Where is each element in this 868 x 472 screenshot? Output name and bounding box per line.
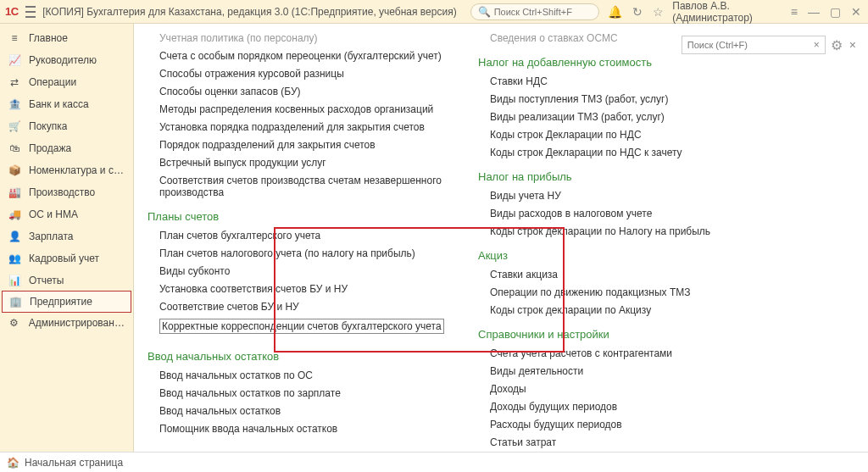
app-logo: 1С (5, 5, 19, 18)
close-panel-icon[interactable]: × (848, 38, 858, 52)
history-icon[interactable]: ↻ (631, 5, 644, 19)
section-initial-balances: Ввод начальных остатков (147, 350, 478, 363)
link[interactable]: Помощник ввода начальных остатков (159, 423, 478, 435)
sidebar-item-label: Номенклатура и склад (29, 164, 125, 176)
link[interactable]: Виды поступления ТМЗ (работ, услуг) (490, 93, 817, 105)
minimize-icon[interactable]: — (806, 5, 821, 19)
truck-icon: 🚚 (8, 208, 20, 220)
sidebar-item-production[interactable]: 🏭Производство (0, 181, 133, 203)
sidebar-item-salary[interactable]: 👤Зарплата (0, 225, 133, 247)
star-icon[interactable]: ☆ (651, 5, 665, 19)
sidebar: ≡Главное 📈Руководителю ⇄Операции 🏦Банк и… (0, 24, 134, 452)
link-correct-correspondence[interactable]: Корректные корреспонденции счетов бухгал… (159, 319, 444, 334)
sidebar-item-enterprise[interactable]: 🏢Предприятие (2, 291, 131, 313)
link[interactable]: Доходы будущих периодов (490, 401, 817, 413)
link[interactable]: Коды строк Декларации по НДС к зачету (490, 147, 817, 158)
link[interactable]: Расходы будущих периодов (490, 419, 817, 430)
link[interactable]: Способы отражения курсовой разницы (159, 68, 478, 80)
link[interactable]: Виды деятельности (490, 365, 817, 377)
sidebar-item-label: Покупка (29, 120, 67, 132)
sidebar-item-stock[interactable]: 📦Номенклатура и склад (0, 159, 133, 181)
sidebar-item-label: Зарплата (29, 230, 74, 242)
sidebar-item-main[interactable]: ≡Главное (0, 27, 133, 49)
link[interactable]: Методы распределения косвенных расходов … (159, 103, 478, 115)
content-area: × ⚙ × Учетная политика (по персоналу) Сч… (134, 24, 868, 452)
panel-icon[interactable]: ≡ (789, 5, 799, 19)
chart-icon: 📈 (8, 54, 20, 66)
sidebar-item-admin[interactable]: ⚙Администрирование (0, 312, 133, 334)
link[interactable]: Ввод начальных остатков (159, 405, 478, 417)
factory-icon: 🏭 (8, 186, 20, 198)
bell-icon[interactable]: 🔔 (606, 5, 624, 19)
cart-icon: 🛒 (8, 120, 20, 132)
maximize-icon[interactable]: ▢ (828, 5, 843, 19)
link[interactable]: Ввод начальных остатков по ОС (159, 369, 478, 381)
sidebar-item-label: Администрирование (29, 317, 125, 329)
global-search-input[interactable] (494, 7, 593, 17)
section-excise: Акциз (478, 249, 817, 262)
link[interactable]: Коды строк Декларации по НДС (490, 129, 817, 141)
link[interactable]: Счета с особым порядком переоценки (бухг… (159, 50, 478, 62)
link[interactable]: Ставки акциза (490, 269, 817, 280)
link[interactable]: Виды реализации ТМЗ (работ, услуг) (490, 111, 817, 123)
link[interactable]: Установка соответствия счетов БУ и НУ (159, 283, 478, 295)
sidebar-item-purchase[interactable]: 🛒Покупка (0, 115, 133, 137)
link[interactable]: Ввод начальных остатков по зарплате (159, 387, 478, 399)
sidebar-item-sale[interactable]: 🛍Продажа (0, 137, 133, 159)
close-window-icon[interactable]: ✕ (849, 5, 863, 19)
left-column: Учетная политика (по персоналу) Счета с … (147, 32, 478, 452)
menu-icon[interactable] (25, 6, 36, 18)
person-icon: 👤 (8, 230, 20, 242)
section-refs-settings: Справочники и настройки (478, 328, 817, 341)
sidebar-item-reports[interactable]: 📊Отчеты (0, 269, 133, 292)
section-charts-of-accounts: Планы счетов (147, 210, 478, 223)
link[interactable]: Установка порядка подразделений для закр… (159, 121, 478, 133)
sidebar-item-label: Отчеты (29, 275, 64, 286)
link[interactable]: Доходы (490, 383, 817, 395)
content-search-input[interactable] (687, 40, 810, 50)
link[interactable]: Ставки НДС (490, 75, 817, 87)
sidebar-item-operations[interactable]: ⇄Операции (0, 71, 133, 93)
sidebar-item-label: Главное (29, 32, 68, 44)
link[interactable]: Счета учета расчетов с контрагентами (490, 347, 817, 359)
link[interactable]: Виды расходов в налоговом учете (490, 208, 817, 219)
link[interactable]: Встречный выпуск продукции услуг (159, 157, 478, 169)
settings-icon[interactable]: ⚙ (831, 37, 843, 53)
user-name[interactable]: Павлов А.В. (Администратор) (672, 0, 782, 24)
section-profit-tax: Налог на прибыль (478, 170, 817, 183)
bank-icon: 🏦 (8, 98, 20, 110)
sidebar-item-hr[interactable]: 👥Кадровый учет (0, 247, 133, 269)
sidebar-item-label: Банк и касса (29, 98, 89, 110)
link[interactable]: План счетов бухгалтерского учета (159, 230, 478, 242)
home-tab[interactable]: Начальная страница (25, 457, 123, 469)
link[interactable]: План счетов налогового учета (по налогу … (159, 247, 478, 259)
link[interactable]: Виды субконто (159, 265, 478, 277)
clear-search-icon[interactable]: × (810, 39, 820, 51)
global-search[interactable]: 🔍 (470, 3, 600, 20)
content-search[interactable]: × (682, 36, 826, 54)
link[interactable]: Порядок подразделений для закрытия счето… (159, 139, 478, 151)
sidebar-item-bank[interactable]: 🏦Банк и касса (0, 93, 133, 115)
link[interactable]: Способы оценки запасов (БУ) (159, 86, 478, 97)
box-icon: 📦 (8, 164, 20, 176)
link[interactable]: Коды строк декларации по Акцизу (490, 304, 817, 316)
sidebar-item-manager[interactable]: 📈Руководителю (0, 49, 133, 71)
home-icon[interactable]: 🏠 (7, 457, 19, 469)
section-vat: Налог на добавленную стоимость (478, 56, 817, 69)
gear-icon: ⚙ (8, 317, 20, 329)
list-icon: ≡ (8, 32, 20, 44)
link[interactable]: Статьи затрат (490, 436, 817, 448)
people-icon: 👥 (8, 253, 20, 264)
bag-icon: 🛍 (8, 142, 20, 154)
search-icon: 🔍 (478, 6, 491, 18)
sidebar-item-label: Операции (29, 76, 76, 88)
link[interactable]: Операции по движению подакцизных ТМЗ (490, 286, 817, 298)
link[interactable]: Соответствие счетов БУ и НУ (159, 301, 478, 313)
link[interactable]: Виды учета НУ (490, 190, 817, 202)
link[interactable]: Коды строк декларации по Налогу на прибы… (490, 225, 817, 237)
window-title: [КОПИЯ] Бухгалтерия для Казахстана, реда… (42, 6, 456, 18)
bars-icon: 📊 (8, 275, 20, 286)
link[interactable]: Соответствия счетов производства счетам … (159, 175, 478, 198)
sidebar-item-assets[interactable]: 🚚ОС и НМА (0, 203, 133, 225)
link[interactable]: Учетная политика (по персоналу) (159, 32, 478, 44)
